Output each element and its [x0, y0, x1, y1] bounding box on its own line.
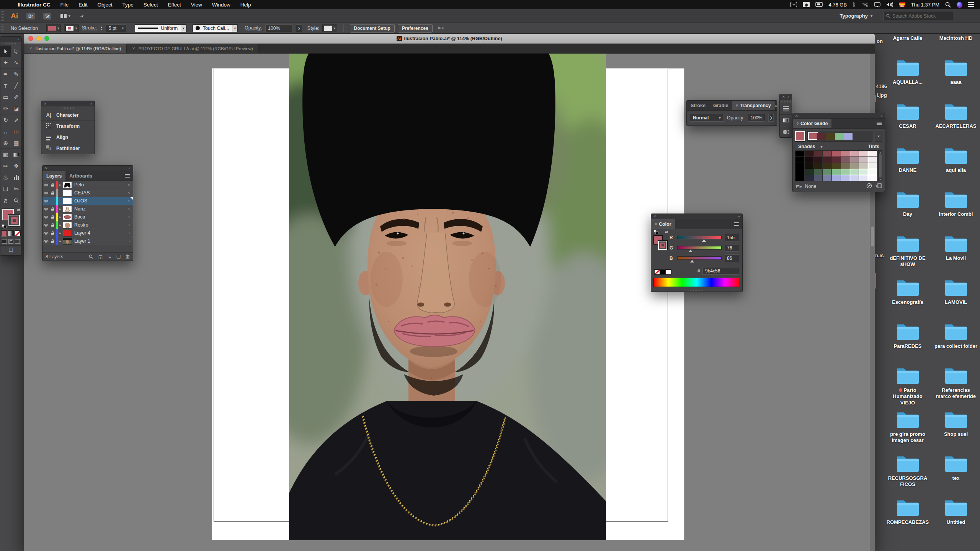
variation-swatch[interactable] [823, 169, 831, 175]
variation-swatch[interactable] [795, 151, 804, 156]
variation-swatch[interactable] [841, 151, 850, 156]
layer-visibility-icon[interactable] [42, 197, 49, 205]
variation-swatch[interactable] [850, 169, 859, 175]
default-fill-stroke-icon[interactable] [653, 230, 658, 234]
layer-thumbnail[interactable] [63, 206, 72, 212]
variation-swatch[interactable] [823, 163, 831, 169]
layer-name[interactable]: Pelo [74, 182, 124, 187]
layer-name[interactable]: CEJAS [74, 190, 124, 196]
search-input[interactable] [892, 13, 951, 19]
variation-swatch[interactable] [814, 151, 823, 156]
close-tab-icon[interactable]: ✕ [132, 46, 135, 51]
layer-row-pelo[interactable]: ▸Pelo○ [42, 181, 133, 189]
variation-swatch[interactable] [832, 169, 841, 175]
variation-swatch[interactable] [868, 163, 877, 169]
desktop-item-recursosgraficos[interactable]: RECURSOSGRAFICOS [884, 454, 932, 498]
bridge-button[interactable]: Br [26, 13, 35, 20]
quick-item-transform[interactable]: Transform [41, 121, 95, 132]
layers-panel-header[interactable]: ✕« [42, 166, 133, 171]
preferences-button[interactable]: Preferences [398, 24, 433, 33]
channel-slider-r[interactable] [677, 236, 722, 239]
desktop-item-aquialla-[interactable]: AQUIALLA... [884, 58, 932, 102]
type-tool[interactable]: T [0, 80, 11, 91]
harmony-color-3[interactable] [835, 133, 844, 140]
channel-value[interactable]: 86 [725, 254, 739, 262]
layer-lock-icon[interactable] [49, 197, 56, 205]
brush-definition-dropdown[interactable]: Touch Call...▾ [193, 24, 238, 32]
layer-visibility-icon[interactable] [42, 181, 49, 189]
delete-layer-icon[interactable] [126, 254, 130, 259]
layer-thumbnail[interactable] [63, 182, 72, 188]
creative-cloud-icon[interactable]: ∞ [790, 2, 797, 7]
none-chip[interactable] [654, 269, 660, 275]
variation-swatch[interactable] [850, 175, 859, 181]
layer-name[interactable]: Boca [74, 214, 124, 220]
layer-name[interactable]: Layer 4 [74, 230, 124, 236]
transparency-opacity-value[interactable]: 100% [748, 114, 766, 122]
desktop-item-para-collect-folder[interactable]: para collect folder [932, 322, 980, 366]
stroke-color-control[interactable] [658, 241, 667, 250]
variation-swatch[interactable] [841, 157, 850, 163]
variation-swatch[interactable] [841, 163, 850, 169]
new-sublayer-icon[interactable]: ↳ [108, 254, 111, 259]
notification-center-icon[interactable] [968, 2, 974, 7]
layer-thumbnail[interactable] [63, 222, 72, 228]
layer-visibility-icon[interactable] [42, 221, 49, 229]
scrollbar-thumb[interactable] [871, 227, 874, 246]
variation-swatch[interactable] [868, 175, 877, 181]
stroke-weight-label[interactable]: Stroke: [82, 25, 97, 31]
base-color-swatch[interactable] [795, 131, 805, 141]
menubar-clock[interactable]: Thu 1:37 PM [911, 2, 939, 8]
variation-swatch[interactable] [859, 175, 868, 181]
variation-swatch[interactable] [859, 157, 868, 163]
layer-lock-icon[interactable] [49, 189, 56, 197]
desktop-item-pre-gira-promo-imagen-cesar[interactable]: pre gira promo imagen cesar [884, 410, 932, 454]
layer-target-icon[interactable]: ○ [124, 207, 133, 211]
layer-row-rostro[interactable]: ▸Rostro○ [42, 221, 133, 229]
layer-lock-icon[interactable] [49, 221, 56, 229]
variation-swatch[interactable] [868, 151, 877, 156]
variation-swatch[interactable] [832, 163, 841, 169]
screen-mode-button[interactable]: ❐ [0, 245, 21, 255]
layer-lock-icon[interactable] [49, 181, 56, 189]
color-panel-header[interactable]: ✕« [651, 214, 742, 219]
nvidia-icon[interactable]: ◉ [803, 2, 810, 7]
tab-color-guide[interactable]: ◊Color Guide [793, 119, 831, 128]
variation-swatch[interactable] [814, 163, 823, 169]
tools-panel-header[interactable]: » [0, 37, 21, 42]
channel-slider-g[interactable] [677, 246, 722, 249]
rectangle-tool[interactable]: ▭ [0, 91, 11, 103]
line-segment-tool[interactable]: ╱ [11, 80, 22, 91]
layer-expand-icon[interactable]: ▸ [58, 215, 63, 219]
layer-target-icon[interactable]: ○ [124, 231, 133, 235]
layer-lock-icon[interactable] [49, 237, 56, 245]
paintbrush-tool[interactable]: ✐ [11, 91, 22, 103]
hand-tool[interactable] [0, 195, 11, 206]
tab-layers[interactable]: Layers [42, 171, 65, 181]
airplay-icon[interactable] [874, 2, 880, 7]
blend-mode-dropdown[interactable]: Normal▾ [690, 114, 724, 122]
stroke-swatch[interactable] [65, 26, 74, 31]
selection-tool[interactable] [0, 46, 11, 57]
app-menu-title[interactable]: Illustrator CC [18, 2, 51, 8]
layer-name[interactable]: OJOS [74, 198, 124, 204]
shape-builder-tool[interactable]: ⊕ [0, 137, 11, 149]
gradient-button[interactable] [8, 230, 14, 236]
layer-lock-icon[interactable] [49, 205, 56, 213]
hex-value[interactable]: 9b4c56 [702, 267, 739, 275]
align-options-icon[interactable]: ⌗ ▾ [438, 25, 444, 31]
draw-normal-mode[interactable] [2, 239, 7, 244]
channel-slider-b[interactable] [677, 256, 722, 260]
variation-swatch[interactable] [823, 157, 831, 163]
slider-thumb[interactable] [690, 260, 694, 262]
harmony-color-0[interactable] [808, 133, 817, 140]
layer-row-nariz[interactable]: ▸Nariz○ [42, 205, 133, 213]
harmony-rules-dropdown[interactable]: ▾ [875, 131, 882, 142]
lasso-tool[interactable]: ∿ [11, 57, 22, 68]
opacity-label[interactable]: Opacity: [245, 25, 262, 31]
draw-inside-mode[interactable] [15, 239, 20, 244]
variation-swatch[interactable] [814, 169, 823, 175]
width-tool[interactable]: ↔ [0, 126, 11, 137]
direct-selection-tool[interactable] [11, 46, 22, 57]
swap-fill-stroke-icon[interactable]: ⇄ [665, 230, 668, 234]
